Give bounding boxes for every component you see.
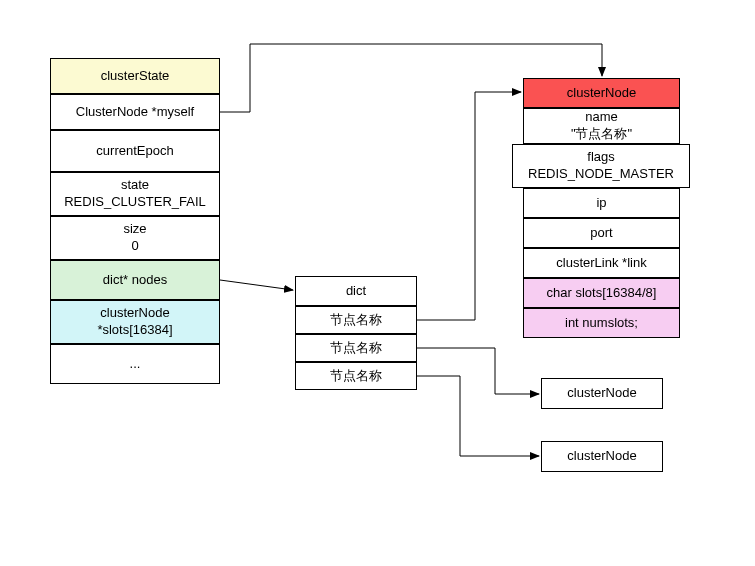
clusternode-name-label: name [585, 109, 618, 126]
clusterstate-size-value: 0 [131, 238, 138, 255]
clusternode-header: clusterNode [523, 78, 680, 108]
arrow-entry1-to-node2 [417, 348, 539, 394]
clusternode-name: name "节点名称" [523, 108, 680, 144]
clusternode-flags-label: flags [587, 149, 614, 166]
clusterstate-ellipsis: ... [50, 344, 220, 384]
arrow-entry0-to-clusternode [417, 92, 521, 320]
clusterstate-size: size 0 [50, 216, 220, 260]
clusternode-numslots: int numslots; [523, 308, 680, 338]
dict-entry-1: 节点名称 [295, 334, 417, 362]
clusterstate-slots-value: *slots[16384] [97, 322, 172, 339]
arrow-entry2-to-node3 [417, 376, 539, 456]
clusterstate-myself: ClusterNode *myself [50, 94, 220, 130]
clusterstate-header: clusterState [50, 58, 220, 94]
clusterstate-size-label: size [123, 221, 146, 238]
clusternode-flags: flags REDIS_NODE_MASTER [512, 144, 690, 188]
dict-entry-2: 节点名称 [295, 362, 417, 390]
arrow-nodes-to-dict [220, 280, 293, 290]
clusterstate-state-label: state [121, 177, 149, 194]
clusterstate-nodes: dict* nodes [50, 260, 220, 300]
clusternode-flags-value: REDIS_NODE_MASTER [528, 166, 674, 183]
clusterstate-state-value: REDIS_CLUSTER_FAIL [64, 194, 206, 211]
clusternode-port: port [523, 218, 680, 248]
clusternode-ip: ip [523, 188, 680, 218]
dict-header: dict [295, 276, 417, 306]
clusternode-name-value: "节点名称" [571, 126, 632, 143]
clusternode-ref-2: clusterNode [541, 378, 663, 409]
clusternode-link: clusterLink *link [523, 248, 680, 278]
clusterstate-slots: clusterNode *slots[16384] [50, 300, 220, 344]
clusterstate-currentepoch: currentEpoch [50, 130, 220, 172]
clusterstate-state: state REDIS_CLUSTER_FAIL [50, 172, 220, 216]
dict-entry-0: 节点名称 [295, 306, 417, 334]
clusternode-ref-3: clusterNode [541, 441, 663, 472]
clusternode-charslots: char slots[16384/8] [523, 278, 680, 308]
clusterstate-slots-label: clusterNode [100, 305, 169, 322]
